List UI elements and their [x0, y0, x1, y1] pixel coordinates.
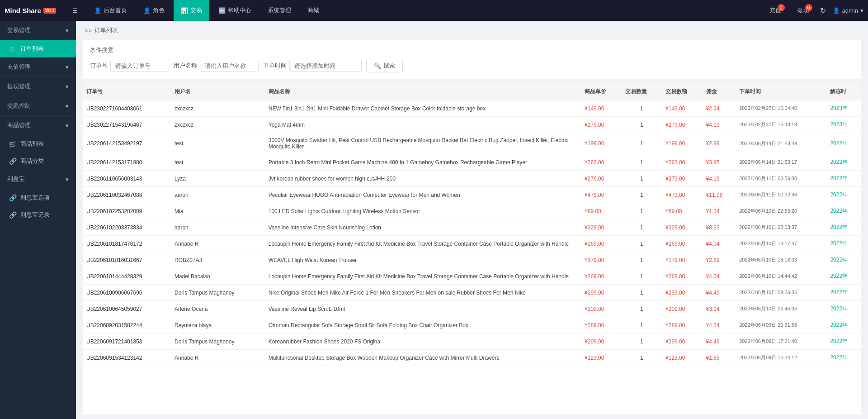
cell-username: ROBZ07AJ	[171, 252, 265, 268]
sidebar-group-transaction-control[interactable]: 交易控制 ▾	[0, 96, 76, 116]
sidebar-group-recharge-management[interactable]: 充值管理 ▾	[0, 57, 76, 77]
nav-menu: ☰ 👤 后台首页 👤 角色 📊 交易 🔤 帮助中心 系统管理 商城	[65, 0, 769, 21]
cell-order-no: UB2206101816031667	[83, 252, 171, 268]
nav-dashboard[interactable]: 👤 后台首页	[87, 0, 134, 21]
cell-unfreeze-time[interactable]: 2022年	[826, 171, 861, 187]
cell-unfreeze-time[interactable]: 2022年	[826, 133, 861, 154]
cell-unfreeze-time[interactable]: 2022年	[826, 187, 861, 203]
cell-commission: ¥2.69	[703, 252, 736, 268]
cell-order-time: 2023年02月27日 15:43:19	[736, 117, 826, 133]
cell-price: ¥329.00	[581, 219, 622, 236]
col-qty: 交易数量	[622, 83, 662, 100]
cell-product: Portable 3 Inch Retro Mini Pocket Game M…	[265, 154, 581, 171]
cell-commission: ¥2.24	[703, 100, 736, 117]
cell-price: ¥269.00	[581, 236, 622, 252]
sidebar-item-product-category[interactable]: 🔗 商品分类	[0, 152, 76, 170]
table-row: UB2206102203373834 aaron Vaseline Intens…	[83, 219, 861, 236]
table-row: UB2302271543196467 zxczxcz Yoga Mat 4mm …	[83, 117, 861, 133]
chevron-down-icon: ▾	[66, 27, 69, 34]
cell-order-no: UB2206142153492197	[83, 133, 171, 154]
cell-commission: ¥4.49	[703, 285, 736, 301]
sidebar-group-interest[interactable]: 利息宝 ▾	[0, 170, 76, 189]
sidebar-item-label: 商品分类	[20, 157, 44, 165]
cell-unfreeze-time[interactable]: 2022年	[826, 203, 861, 219]
cell-unfreeze-time[interactable]: 2022年	[826, 268, 861, 285]
sidebar-item-interest-records[interactable]: 🔗 利息宝记录	[0, 206, 76, 224]
cell-commission: ¥2.99	[703, 133, 736, 154]
cell-total: ¥269.00	[662, 268, 703, 285]
nav-menu-toggle[interactable]: ☰	[65, 0, 85, 21]
cell-qty: 1	[622, 187, 662, 203]
cell-total: ¥289.00	[662, 317, 703, 333]
link-icon: 🔗	[9, 194, 17, 201]
cell-unfreeze-time[interactable]: 2022年	[826, 236, 861, 252]
cell-product: Koreanrubber Fashion Shoes 2020 FS Origi…	[265, 333, 581, 350]
cell-username: Doris Tampus Maghanoy	[171, 333, 265, 350]
cell-unfreeze-time[interactable]: 2023年	[826, 117, 861, 133]
cell-username: Mariel Bacalso	[171, 268, 265, 285]
main-layout: 交易管理 ▾ 🛒 订单列表 充值管理 ▾ 提现管理 ▾ 交易控制 ▾ 商品管理 …	[0, 21, 868, 419]
cell-commission: ¥4.04	[703, 268, 736, 285]
cell-product: Yoga Mat 4mm	[265, 117, 581, 133]
sidebar-group-label: 交易控制	[7, 102, 31, 110]
cell-order-no: UB2206092031582244	[83, 317, 171, 333]
cell-username: test	[171, 133, 265, 154]
cell-order-no: UB2206102253202009	[83, 203, 171, 219]
nav-shop[interactable]: 商城	[300, 0, 326, 21]
sidebar-group-product-management[interactable]: 商品管理 ▾	[0, 116, 76, 135]
recharge-button[interactable]: 充值 0	[769, 6, 781, 14]
cell-unfreeze-time[interactable]: 2023年	[826, 100, 861, 117]
nav-transaction[interactable]: 📊 交易	[174, 0, 209, 21]
cell-product: 3000V Mosquito Swatter Hit, Pest Control…	[265, 133, 581, 154]
cell-unfreeze-time[interactable]: 2022年	[826, 350, 861, 366]
cell-username: Lyza	[171, 171, 265, 187]
cell-order-no: UB2206110032467088	[83, 187, 171, 203]
search-group-time: 下单时间	[263, 60, 362, 72]
cell-unfreeze-time[interactable]: 2022年	[826, 219, 861, 236]
cell-order-no: UB2206142153171880	[83, 154, 171, 171]
cell-total: ¥329.00	[662, 219, 703, 236]
cell-unfreeze-time[interactable]: 2022年	[826, 333, 861, 350]
col-product: 商品名称	[265, 83, 581, 100]
chevron-icon: ▾	[66, 83, 69, 90]
nav-help[interactable]: 🔤 帮助中心	[211, 0, 259, 21]
refresh-button[interactable]: ↻	[820, 6, 826, 15]
col-order-time: 下单时间	[736, 83, 826, 100]
cell-unfreeze-time[interactable]: 2022年	[826, 317, 861, 333]
col-commission: 佣金	[703, 83, 736, 100]
cell-price: ¥209.00	[581, 301, 622, 317]
cell-price: ¥269.00	[581, 268, 622, 285]
col-username: 用户名	[171, 83, 265, 100]
cell-product: Jvf korean rubber shoes for women high c…	[265, 171, 581, 187]
sidebar-item-interest-options[interactable]: 🔗 利息宝选项	[0, 189, 76, 206]
cell-unfreeze-time[interactable]: 2022年	[826, 301, 861, 317]
sidebar-item-product-list[interactable]: 🛒 商品列表	[0, 135, 76, 152]
cell-unfreeze-time[interactable]: 2022年	[826, 285, 861, 301]
cell-unfreeze-time[interactable]: 2022年	[826, 252, 861, 268]
cell-order-time: 2022年06月10日 14:44:42	[736, 268, 826, 285]
cell-commission: ¥1.85	[703, 350, 736, 366]
search-group-username: 用户名称	[174, 60, 259, 72]
table-row: UB2302271604403061 zxczxcz NEW 5in1 3in1…	[83, 100, 861, 117]
sidebar-group-transaction-management[interactable]: 交易管理 ▾	[0, 21, 76, 40]
cell-username: Reynieza blaya	[171, 317, 265, 333]
search-button[interactable]: 🔍 搜索	[366, 59, 403, 72]
sidebar-group-withdraw-management[interactable]: 提现管理 ▾	[0, 77, 76, 96]
table-row: UB2206102253202009 Mia 100 LED Solar Lig…	[83, 203, 861, 219]
nav-role[interactable]: 👤 角色	[136, 0, 172, 21]
nav-system[interactable]: 系统管理	[260, 0, 298, 21]
username-input[interactable]	[200, 60, 259, 72]
cell-unfreeze-time[interactable]: 2022年	[826, 154, 861, 171]
chevron-icon: ▾	[66, 103, 69, 110]
time-input[interactable]	[289, 60, 362, 72]
order-no-input[interactable]	[110, 60, 169, 72]
cell-username: Arlene Ocena	[171, 301, 265, 317]
sidebar-item-order-list[interactable]: 🛒 订单列表	[0, 40, 76, 57]
admin-menu[interactable]: 👤 admin ▾	[833, 7, 863, 14]
cell-price: ¥123.00	[581, 350, 622, 366]
cell-order-time: 2022年06月11日 06:56:00	[736, 171, 826, 187]
cell-qty: 1	[622, 252, 662, 268]
withdraw-button[interactable]: 提现 0	[797, 6, 809, 14]
cart-icon: 🛒	[9, 140, 17, 148]
cell-qty: 1	[622, 333, 662, 350]
